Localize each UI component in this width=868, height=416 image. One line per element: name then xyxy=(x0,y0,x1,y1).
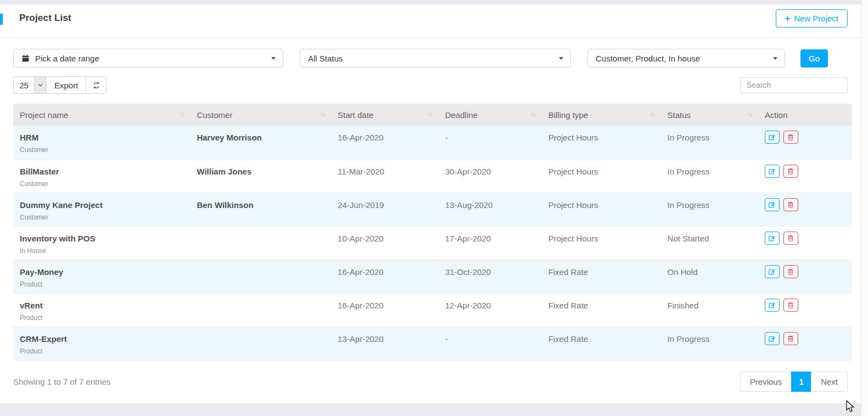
table-footer: Showing 1 to 7 of 7 entries Previous 1 N… xyxy=(13,372,848,392)
deadline-cell: - xyxy=(439,327,542,360)
delete-project-button[interactable] xyxy=(783,299,798,312)
project-name: Pay-Money xyxy=(20,267,183,277)
table-toolbar: 25 Export xyxy=(13,76,848,94)
edit-project-button[interactable] xyxy=(765,299,780,312)
customer-cell xyxy=(190,226,331,260)
sort-icon: ↑↓ xyxy=(320,110,324,118)
project-name: HRM xyxy=(20,133,183,142)
projects-table-wrapper: Project name↑↓Customer↑↓Start date↑↓Dead… xyxy=(13,104,852,361)
mouse-cursor xyxy=(845,400,856,413)
table-row: vRentProduct16-Apr-202012-Apr-2020Fixed … xyxy=(13,293,852,327)
new-project-button[interactable]: + New Project xyxy=(776,9,848,27)
date-range-picker[interactable]: Pick a date range xyxy=(13,49,283,68)
trash-icon xyxy=(787,335,794,342)
column-header-customer[interactable]: Customer↑↓ xyxy=(190,104,331,126)
page-background-top xyxy=(0,0,868,4)
billing-type-cell: Fixed Rate xyxy=(542,293,661,327)
scrollbar-track[interactable] xyxy=(861,0,868,416)
column-label: Action xyxy=(765,110,788,120)
start-date-cell: 16-Apr-2020 xyxy=(331,260,439,293)
search-input[interactable] xyxy=(740,77,848,93)
chevron-down-icon xyxy=(38,83,43,87)
export-button[interactable]: Export xyxy=(47,77,86,93)
column-label: Start date xyxy=(338,110,373,120)
column-header-start-date[interactable]: Start date↑↓ xyxy=(331,104,439,126)
chevron-down-icon xyxy=(559,57,563,60)
edit-project-button[interactable] xyxy=(765,332,780,345)
customer-cell xyxy=(190,293,331,327)
project-list-page: Project List + New Project Pick a date r… xyxy=(0,0,868,416)
delete-project-button[interactable] xyxy=(783,131,798,144)
page-length-chevron[interactable] xyxy=(34,77,47,93)
column-header-project-name[interactable]: Project name↑↓ xyxy=(13,104,190,126)
project-category: In House xyxy=(20,247,183,255)
trash-icon xyxy=(787,167,794,175)
pagination-previous[interactable]: Previous xyxy=(740,372,792,392)
delete-project-button[interactable] xyxy=(783,265,798,278)
page-header: Project List + New Project xyxy=(0,4,861,38)
status-cell: In Progress xyxy=(661,327,758,360)
edit-icon xyxy=(768,133,776,141)
chevron-down-icon xyxy=(773,57,777,60)
edit-project-button[interactable] xyxy=(765,232,780,245)
deadline-cell: 31-Oct-2020 xyxy=(439,260,542,293)
column-header-status[interactable]: Status↑↓ xyxy=(661,104,758,126)
project-category: Product xyxy=(20,314,183,322)
pagination: Previous 1 Next xyxy=(740,372,848,392)
column-label: Deadline xyxy=(445,110,478,120)
page-background-bottom xyxy=(0,403,868,416)
delete-project-button[interactable] xyxy=(783,165,798,178)
table-row: HRMCustomerHarvey Morrison16-Apr-2020-Pr… xyxy=(13,126,852,159)
project-category: Customer xyxy=(20,213,183,221)
start-date-cell: 16-Apr-2020 xyxy=(331,126,439,159)
column-header-deadline[interactable]: Deadline↑↓ xyxy=(439,104,542,126)
start-date-cell: 16-Apr-2020 xyxy=(331,293,439,327)
edit-icon xyxy=(768,167,776,175)
pagination-next[interactable]: Next xyxy=(811,372,848,392)
delete-project-button[interactable] xyxy=(783,332,798,345)
project-type-filter-value: Customer, Product, In house xyxy=(596,54,700,63)
project-type-filter-select[interactable]: Customer, Product, In house xyxy=(587,49,785,68)
table-row: Inventory with POSIn House10-Apr-202017-… xyxy=(13,226,852,260)
status-cell: In Progress xyxy=(661,193,758,226)
edit-icon xyxy=(768,335,776,342)
edit-project-button[interactable] xyxy=(765,165,780,178)
go-button[interactable]: Go xyxy=(800,49,828,68)
billing-type-cell: Fixed Rate xyxy=(542,260,661,293)
title-accent-bar xyxy=(0,14,3,25)
trash-icon xyxy=(787,234,794,242)
column-label: Project name xyxy=(20,110,68,120)
page-length-select[interactable]: 25 xyxy=(14,77,34,93)
refresh-icon xyxy=(92,81,100,89)
status-cell: In Progress xyxy=(661,126,758,159)
column-header-action: Action xyxy=(758,104,852,126)
edit-project-button[interactable] xyxy=(765,265,780,278)
trash-icon xyxy=(787,301,794,309)
status-cell: On Hold xyxy=(661,260,758,293)
status-filter-select[interactable]: All Status xyxy=(300,49,571,68)
edit-project-button[interactable] xyxy=(765,198,780,211)
project-category: Customer xyxy=(20,180,183,188)
entries-info: Showing 1 to 7 of 7 entries xyxy=(13,377,111,386)
edit-project-button[interactable] xyxy=(765,131,780,144)
delete-project-button[interactable] xyxy=(783,198,798,211)
start-date-cell: 24-Jun-2019 xyxy=(331,193,439,226)
sort-icon: ↑↓ xyxy=(531,110,535,118)
pagination-page-1[interactable]: 1 xyxy=(791,372,811,392)
start-date-cell: 11-Mar-2020 xyxy=(331,159,439,193)
sort-icon: ↑↓ xyxy=(650,110,654,118)
delete-project-button[interactable] xyxy=(783,232,798,245)
column-header-billing-type[interactable]: Billing type↑↓ xyxy=(542,104,661,126)
project-category: Product xyxy=(20,347,183,355)
deadline-cell: 12-Apr-2020 xyxy=(439,293,542,327)
billing-type-cell: Project Hours xyxy=(542,126,661,159)
edit-icon xyxy=(768,234,776,242)
customer-cell: Harvey Morrison xyxy=(190,126,331,159)
edit-icon xyxy=(768,268,776,276)
refresh-button[interactable] xyxy=(86,77,106,93)
filter-row: Pick a date range All Status Customer, P… xyxy=(13,49,848,68)
table-row: CRM-ExpertProduct13-Apr-2020-Fixed RateI… xyxy=(13,327,852,360)
status-filter-value: All Status xyxy=(308,54,343,63)
status-cell: Not Started xyxy=(661,226,758,260)
trash-icon xyxy=(787,201,794,209)
